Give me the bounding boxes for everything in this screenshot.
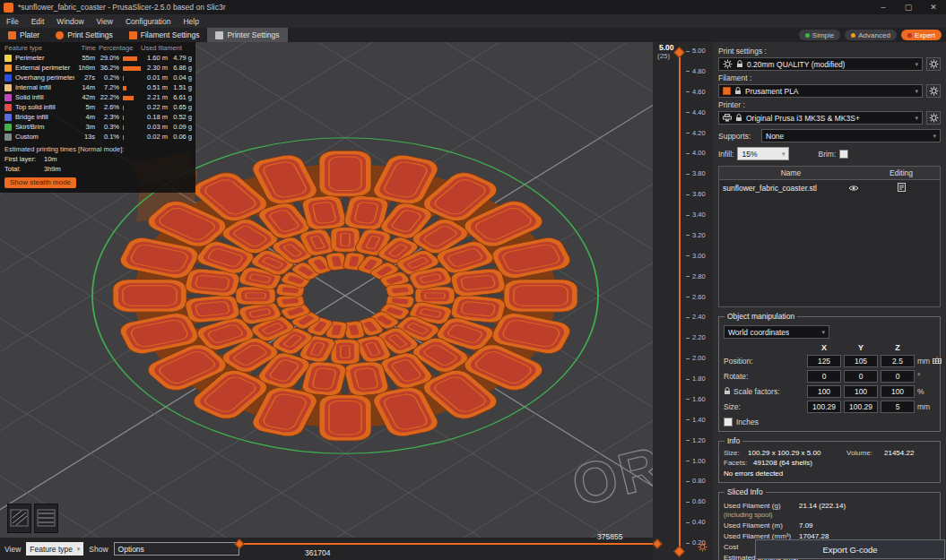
maximize-button[interactable]: ▢ [896,0,921,14]
close-button[interactable]: ✕ [921,0,946,14]
chevron-down-icon: ▾ [77,546,81,553]
layer-tick: 1.20 [686,437,706,444]
thumbnail-button-2[interactable] [34,504,58,533]
lock-icon [734,87,742,95]
tick-label: 1.40 [692,417,706,424]
window-title: *sunflower_fabric_coaster - PrusaSlicer-… [18,3,226,12]
printer-select[interactable]: Original Prusa i3 MK3S & MK3S+ ▾ [718,111,923,125]
menu-configuration[interactable]: Configuration [119,17,178,26]
supports-label: Supports: [718,132,758,141]
legend-header-percentage: Percentage [96,44,141,53]
minimize-button[interactable]: – [871,0,896,14]
feature-label: Skirt/Brim [13,123,74,131]
lock-icon[interactable] [724,387,731,397]
feature-color-swatch [4,65,12,72]
print-settings-select[interactable]: 0.20mm QUALITY (modified) ▾ [718,57,923,71]
tick-label: 0.80 [692,478,706,485]
infill-select[interactable]: 15% ▾ [737,147,789,160]
export-gcode-button[interactable]: Export G-code [755,539,945,559]
manip-input-z[interactable]: 2.5 [881,355,915,367]
feature-time: 27s [74,73,96,82]
menu-edit[interactable]: Edit [25,17,51,26]
menu-file[interactable]: File [0,17,25,26]
manip-input-z[interactable]: 0 [881,370,915,383]
manip-input-z[interactable]: 5 [881,401,915,413]
feature-label: Top solid infill [13,103,74,111]
feature-length: 0.22 m [141,103,169,111]
printer-gear-button[interactable] [926,111,941,125]
filament-select[interactable]: Prusament PLA ▾ [718,84,923,98]
manip-input-x[interactable]: 125 [807,355,841,367]
supports-select[interactable]: None ▾ [761,129,941,142]
manip-input-y[interactable]: 0 [844,370,878,383]
view-type-select[interactable]: Feature type▾ [26,542,83,556]
slider-gear-icon[interactable] [698,542,710,555]
menu-help[interactable]: Help [177,17,204,26]
legend-header-time: Time [74,44,96,53]
manip-input-x[interactable]: 0 [807,370,841,383]
prusaslicer-logo-icon [4,3,13,13]
axis-header-z: Z [881,343,915,352]
feature-percentage: 2.6% [96,103,120,111]
layer-tick: 4.40 [686,109,706,116]
feature-percentage: 29.0% [96,54,120,62]
tab-print-settings[interactable]: Print Settings [48,28,121,42]
feature-time: 5m [74,103,96,111]
layer-slider-lower-handle[interactable] [673,546,685,557]
manip-unit: ° [917,372,942,381]
manip-input-y[interactable]: 100.29 [844,401,878,413]
tick-label: 1.00 [692,458,706,465]
size-label: Size: [724,449,748,457]
feature-time: 55m [74,54,96,62]
tab-printer-settings[interactable]: Printer Settings [207,28,287,42]
manipulation-grid: XYZPosition:1251052.5mmRotate:000°Scale … [724,343,935,413]
eye-icon[interactable] [848,185,859,192]
layer-slider-upper-handle[interactable] [673,47,685,58]
brim-checkbox[interactable] [839,150,848,159]
moves-slider-right-handle[interactable] [652,538,662,548]
feature-label: Perimeter [13,54,74,62]
mode-dot-icon [851,33,855,38]
mode-advanced[interactable]: Advanced [845,30,897,40]
menu-window[interactable]: Window [50,17,90,26]
filament-gear-button[interactable] [926,84,941,98]
layer-tick: 0.60 [686,498,706,505]
tab-plater[interactable]: Plater [0,28,48,42]
show-options-field[interactable]: Options [114,542,239,556]
bed-icon[interactable] [933,357,942,366]
feature-length: 0.18 m [141,113,169,121]
manip-input-x[interactable]: 100 [807,385,841,398]
moves-slider-track[interactable] [239,543,658,545]
manip-input-y[interactable]: 100 [844,385,878,398]
manip-input-y[interactable]: 105 [844,355,878,367]
chevron-down-icon: ▾ [933,133,936,140]
thumbnail-button-1[interactable] [7,504,31,533]
manip-input-z[interactable]: 100 [881,385,915,398]
layer-tick: 3.00 [686,253,706,260]
inches-checkbox[interactable] [724,418,733,426]
manip-input-x[interactable]: 100.29 [807,401,841,413]
tab-filament-settings[interactable]: Filament Settings [121,28,208,42]
layer-slider-track[interactable] [679,52,681,551]
feature-time: 4m [74,113,96,121]
feature-length: 1.60 m [141,54,169,62]
mode-expert[interactable]: Expert [901,30,942,40]
mode-simple[interactable]: Simple [799,30,840,40]
layers-icon [8,504,30,532]
manip-unit: mm [917,402,942,411]
filament-color-swatch [723,87,731,95]
print-settings-gear-button[interactable] [926,57,941,71]
coordinates-select[interactable]: World coordinates ▾ [724,325,829,339]
menu-view[interactable]: View [91,17,119,26]
layer-slider: 5.00 (25) 5.004.804.604.404.204.003.803.… [653,42,713,560]
tick-label: 4.40 [692,109,706,116]
edit-icon[interactable] [898,183,906,194]
percentage-bar [120,64,141,72]
object-row[interactable]: sunflower_fabric_coaster.stl [719,180,940,195]
feature-label: Overhang perimeter [13,73,74,82]
moves-slider-left-handle[interactable] [234,538,244,548]
filament-label: Filament : [718,73,941,82]
object-list[interactable]: Name Editing sunflower_fabric_coaster.st… [718,166,941,307]
axis-header-y: Y [844,343,878,352]
show-stealth-mode-button[interactable]: Show stealth mode [4,177,76,188]
